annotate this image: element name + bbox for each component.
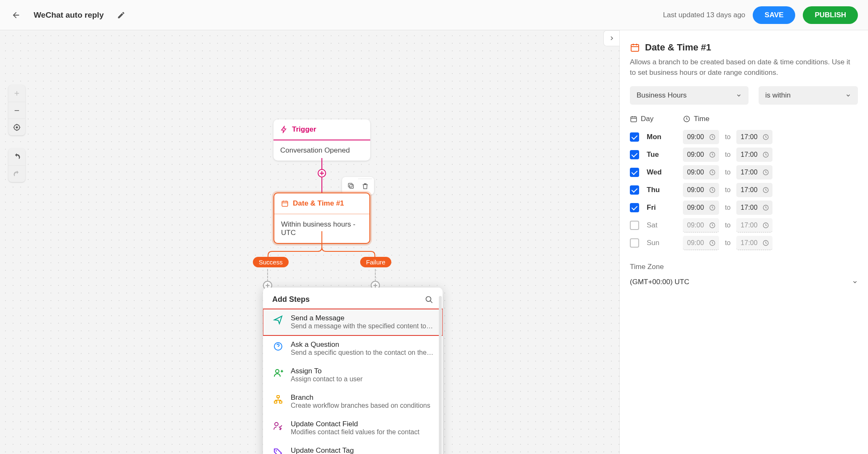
undo-icon[interactable] <box>8 148 25 165</box>
zoom-out-icon[interactable] <box>8 102 25 119</box>
node-trigger[interactable]: Trigger Conversation Opened <box>273 119 370 161</box>
day-label: Wed <box>647 168 683 177</box>
time-to-input[interactable]: 17:00 <box>736 183 772 197</box>
tz-select[interactable]: (GMT+00:00) UTC <box>630 275 858 290</box>
svg-rect-4 <box>282 201 288 206</box>
chevron-down-icon <box>736 92 742 98</box>
clock-icon <box>683 115 690 123</box>
step-icon <box>272 367 284 379</box>
time-to-input[interactable]: 17:00 <box>736 236 772 250</box>
to-word: to <box>725 186 730 194</box>
step-title: Send a Message <box>291 314 434 322</box>
time-to-input[interactable]: 17:00 <box>736 148 772 162</box>
step-desc: Assign contact to a user <box>291 375 363 383</box>
step-text: Branch Create workflow branches based on… <box>291 393 430 409</box>
time-from-input[interactable]: 09:00 <box>683 201 719 215</box>
step-text: Update Contact Field Modifies contact fi… <box>291 420 419 436</box>
step-list: Send a Message Send a message with the s… <box>263 309 443 454</box>
day-checkbox[interactable] <box>630 221 639 230</box>
time-from-input[interactable]: 09:00 <box>683 148 719 162</box>
add-between-icon[interactable] <box>318 169 326 177</box>
step-item[interactable]: Send a Message Send a message with the s… <box>263 309 443 335</box>
to-word: to <box>725 222 730 229</box>
branch-label-success[interactable]: Success <box>253 257 289 267</box>
settings-drawer: Date & Time #1 Allows a branch to be cre… <box>619 30 868 454</box>
step-text: Ask a Question Send a specific question … <box>291 340 434 356</box>
select-condition-type[interactable]: Business Hours <box>630 86 749 105</box>
day-label: Sun <box>647 239 683 247</box>
time-from-input[interactable]: 09:00 <box>683 183 719 197</box>
day-checkbox[interactable] <box>630 150 639 159</box>
trash-icon[interactable] <box>358 179 372 193</box>
day-label: Sat <box>647 221 683 230</box>
header-left: WeChat auto reply <box>10 9 127 21</box>
calendar-icon <box>630 115 637 123</box>
edit-icon[interactable] <box>115 9 127 21</box>
to-word: to <box>725 133 730 141</box>
publish-button[interactable]: PUBLISH <box>803 6 858 24</box>
chevron-right-icon <box>608 35 615 42</box>
drawer-toggle[interactable] <box>603 30 619 46</box>
step-item[interactable]: Update Contact Field Modifies contact fi… <box>263 415 443 441</box>
node-trigger-header: Trigger <box>273 119 370 140</box>
save-button[interactable]: SAVE <box>753 6 795 24</box>
day-checkbox[interactable] <box>630 238 639 248</box>
svg-rect-14 <box>631 117 637 122</box>
workflow-canvas[interactable]: Trigger Conversation Opened Date & Time … <box>0 30 619 454</box>
time-from-input[interactable]: 09:00 <box>683 218 719 232</box>
header-right: Last updated 13 days ago SAVE PUBLISH <box>663 6 858 24</box>
time-from-input[interactable]: 09:00 <box>683 165 719 179</box>
schedule-column-headers: Day Time <box>630 115 858 123</box>
node-trigger-title: Trigger <box>292 125 316 134</box>
svg-rect-8 <box>277 396 279 398</box>
recenter-icon[interactable] <box>8 119 25 135</box>
col-time: Time <box>694 115 709 123</box>
zoom-in-icon[interactable] <box>8 85 25 102</box>
time-to-input[interactable]: 17:00 <box>736 218 772 232</box>
select-operator[interactable]: is within <box>759 86 858 105</box>
popover-scrollbar[interactable] <box>439 296 442 454</box>
time-to-input[interactable]: 17:00 <box>736 130 772 144</box>
back-arrow-icon[interactable] <box>10 9 22 21</box>
step-text: Send a Message Send a message with the s… <box>291 314 434 330</box>
to-word: to <box>725 239 730 247</box>
schedule-row: Thu 09:00 to 17:00 <box>630 181 858 199</box>
step-item[interactable]: Update Contact Tag Adds or removes one o… <box>263 441 443 454</box>
svg-point-12 <box>276 450 277 451</box>
drawer-title-text: Date & Time #1 <box>645 42 711 53</box>
day-checkbox[interactable] <box>630 132 639 142</box>
drawer-description: Allows a branch to be created based on d… <box>630 57 858 78</box>
drawer-title: Date & Time #1 <box>630 42 858 53</box>
day-checkbox[interactable] <box>630 168 639 177</box>
to-word: to <box>725 169 730 176</box>
day-checkbox[interactable] <box>630 203 639 212</box>
day-label: Mon <box>647 133 683 141</box>
redo-icon[interactable] <box>8 165 25 182</box>
step-item[interactable]: Assign To Assign contact to a user <box>263 362 443 388</box>
time-to-input[interactable]: 17:00 <box>736 201 772 215</box>
step-title: Ask a Question <box>291 340 434 349</box>
tz-label: Time Zone <box>630 263 858 271</box>
schedule-row: Sat 09:00 to 17:00 <box>630 216 858 234</box>
time-from-input[interactable]: 09:00 <box>683 236 719 250</box>
node-actions-toolbox <box>342 177 374 195</box>
step-item[interactable]: Ask a Question Send a specific question … <box>263 335 443 362</box>
search-icon[interactable] <box>425 296 433 304</box>
branch-label-failure[interactable]: Failure <box>360 257 391 267</box>
copy-icon[interactable] <box>344 179 358 193</box>
schedule-row: Tue 09:00 to 17:00 <box>630 146 858 164</box>
step-item[interactable]: Branch Create workflow branches based on… <box>263 388 443 415</box>
step-title: Assign To <box>291 367 363 375</box>
select-a-value: Business Hours <box>637 91 687 100</box>
time-from-input[interactable]: 09:00 <box>683 130 719 144</box>
node-datetime-title: Date & Time #1 <box>293 199 344 208</box>
schedule-row: Sun 09:00 to 17:00 <box>630 234 858 252</box>
svg-point-7 <box>276 370 279 373</box>
day-checkbox[interactable] <box>630 185 639 195</box>
step-desc: Modifies contact field values for the co… <box>291 428 419 436</box>
step-icon <box>272 393 284 405</box>
svg-rect-3 <box>348 183 352 187</box>
svg-point-0 <box>16 126 18 128</box>
time-to-input[interactable]: 17:00 <box>736 165 772 179</box>
to-word: to <box>725 151 730 158</box>
